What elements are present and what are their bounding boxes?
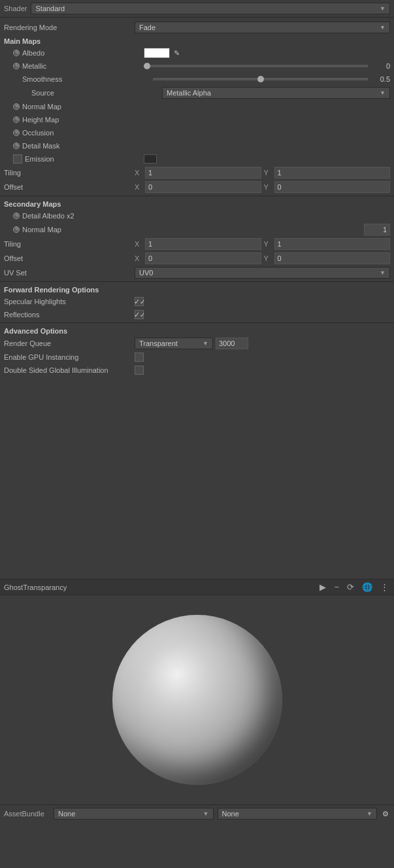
normal-map-row: Normal Map: [0, 100, 394, 113]
preview-play-button[interactable]: ▶: [318, 582, 327, 592]
detail-mask-row: Detail Mask: [0, 139, 394, 152]
gpu-instancing-checkbox[interactable]: [135, 353, 144, 362]
emission-color-swatch[interactable]: [144, 154, 157, 164]
uv-set-value: UV0: [139, 269, 153, 277]
uv-set-row: UV Set UV0 ▼: [0, 266, 394, 280]
occlusion-label: Occlusion: [13, 129, 144, 137]
main-offset-label: Offset: [4, 183, 135, 191]
metallic-circle-icon: [13, 63, 20, 69]
main-offset-right: X Y: [135, 181, 390, 193]
rendering-mode-right: Fade ▼: [135, 22, 390, 33]
secondary-normal-map-label: Normal Map: [13, 226, 144, 234]
main-tiling-right: X Y: [135, 167, 390, 179]
secondary-tiling-y-input[interactable]: [274, 238, 391, 250]
smoothness-row: Smoothness 0.5: [0, 73, 394, 86]
normal-map-label: Normal Map: [13, 103, 144, 111]
asset-bundle-arrow-icon: ▼: [203, 810, 209, 817]
reflections-row: Reflections ✓: [0, 308, 394, 321]
secondary-tiling-x-label: X: [135, 240, 142, 248]
source-dropdown[interactable]: Metallic Alpha ▼: [162, 87, 390, 99]
smoothness-label: Smoothness: [22, 75, 153, 83]
secondary-offset-x-input[interactable]: [145, 252, 261, 264]
main-tiling-x-label: X: [135, 169, 142, 177]
sphere-preview-container: [0, 595, 394, 805]
asset-bundle-variant-value: None: [222, 810, 239, 818]
preview-header: GhostTransparancy ▶ − ⟳ 🌐 ⋮: [0, 579, 394, 595]
height-map-row: Height Map: [0, 113, 394, 126]
preview-rotate-button[interactable]: ⟳: [346, 582, 355, 592]
rendering-mode-label: Rendering Mode: [4, 24, 135, 31]
specular-highlights-checkmark-icon: ✓: [134, 298, 140, 306]
rendering-mode-arrow-icon: ▼: [380, 24, 386, 31]
asset-bundle-settings-button[interactable]: ⚙: [381, 810, 390, 818]
metallic-value: 0: [370, 62, 390, 70]
emission-right: [144, 154, 390, 164]
asset-bundle-value: None: [58, 810, 75, 818]
reflections-checkbox[interactable]: ✓: [135, 310, 144, 319]
source-label: Source: [31, 89, 162, 97]
preview-dots-button[interactable]: ⋮: [379, 582, 390, 592]
main-tiling-y-label: Y: [264, 169, 272, 177]
double-sided-gi-row: Double Sided Global Illumination: [0, 364, 394, 377]
smoothness-slider[interactable]: [153, 78, 368, 80]
main-tiling-label: Tiling: [4, 169, 135, 177]
shader-label: Shader: [4, 5, 27, 12]
secondary-offset-y-label: Y: [264, 254, 272, 262]
asset-bundle-dropdown[interactable]: None ▼: [54, 808, 214, 820]
uv-set-right: UV0 ▼: [135, 267, 390, 279]
main-offset-row: Offset X Y: [0, 180, 394, 194]
secondary-tiling-row: Tiling X Y: [0, 237, 394, 251]
uv-set-dropdown[interactable]: UV0 ▼: [135, 267, 390, 279]
metallic-slider[interactable]: [144, 65, 368, 67]
render-queue-type-value: Transparent: [139, 339, 178, 347]
asset-bundle-variant-arrow-icon: ▼: [367, 810, 372, 817]
shader-value: Standard: [35, 5, 65, 12]
main-tiling-x-input[interactable]: [145, 167, 261, 179]
source-value: Metallic Alpha: [167, 89, 211, 97]
secondary-offset-right: X Y: [135, 252, 390, 264]
preview-sphere: [112, 615, 282, 785]
smoothness-right: 0.5: [153, 75, 390, 83]
secondary-offset-y-input[interactable]: [274, 252, 391, 264]
main-offset-x-input[interactable]: [145, 181, 261, 193]
double-sided-gi-right: [135, 366, 390, 375]
asset-bundle-variant-dropdown[interactable]: None ▼: [218, 808, 378, 820]
albedo-circle-icon: [13, 50, 20, 56]
divider-2: [0, 281, 394, 282]
main-offset-x-label: X: [135, 183, 142, 191]
rendering-mode-dropdown[interactable]: Fade ▼: [135, 22, 390, 33]
secondary-tiling-y-label: Y: [264, 240, 272, 248]
main-maps-header: Main Maps: [0, 35, 394, 46]
render-queue-value-input[interactable]: [216, 338, 248, 349]
secondary-offset-row: Offset X Y: [0, 251, 394, 266]
occlusion-row: Occlusion: [0, 126, 394, 139]
emission-checkbox[interactable]: [13, 154, 22, 164]
metallic-label: Metallic: [13, 62, 144, 70]
shader-dropdown[interactable]: Standard ▼: [31, 3, 390, 14]
source-arrow-icon: ▼: [380, 90, 386, 96]
shader-arrow-icon: ▼: [380, 5, 386, 12]
secondary-normal-map-input[interactable]: [364, 224, 390, 235]
secondary-tiling-x-input[interactable]: [145, 238, 261, 250]
asset-bundle-label: AssetBundle: [4, 810, 50, 818]
smoothness-slider-container: 0.5: [153, 75, 390, 83]
preview-minus-button[interactable]: −: [333, 582, 340, 592]
albedo-eyedropper-button[interactable]: ✎: [172, 49, 181, 58]
render-queue-row: Render Queue Transparent ▼: [0, 336, 394, 351]
emission-row: Emission: [0, 152, 394, 165]
secondary-normal-map-circle-icon: [13, 226, 20, 233]
albedo-right: ✎: [144, 48, 390, 58]
material-content: Rendering Mode Fade ▼ Main Maps Albedo ✎…: [0, 18, 394, 379]
render-queue-type-dropdown[interactable]: Transparent ▼: [135, 338, 213, 349]
preview-globe-button[interactable]: 🌐: [361, 582, 374, 592]
main-tiling-y-input[interactable]: [274, 167, 391, 179]
specular-highlights-checkbox[interactable]: ✓: [135, 297, 144, 306]
albedo-row: Albedo ✎: [0, 46, 394, 60]
metallic-right: 0: [144, 62, 390, 70]
double-sided-gi-checkbox[interactable]: [135, 366, 144, 375]
main-tiling-row: Tiling X Y: [0, 165, 394, 180]
main-offset-y-input[interactable]: [274, 181, 391, 193]
render-queue-label: Render Queue: [4, 339, 135, 347]
gpu-instancing-row: Enable GPU Instancing: [0, 351, 394, 364]
albedo-color-swatch[interactable]: [144, 48, 170, 58]
